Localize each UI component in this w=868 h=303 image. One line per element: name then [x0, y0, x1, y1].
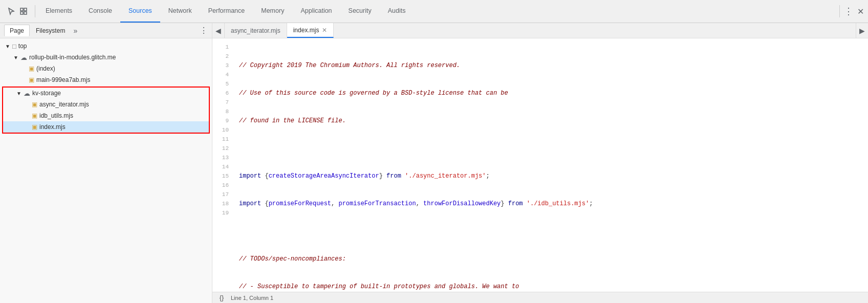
file-icon-async: ▣ [32, 101, 37, 108]
tree-label-idb-utils: idb_utils.mjs [39, 112, 73, 119]
editor-tab-label-index: index.mjs [293, 27, 319, 34]
code-line-4 [239, 144, 864, 153]
file-icon-index: ▣ [29, 65, 34, 72]
tree-arrow-domain: ▼ [12, 54, 19, 61]
code-line-5: import {createStorageAreaAsyncIterator} … [239, 171, 864, 181]
tab-audits[interactable]: Audits [380, 0, 414, 23]
tree-item-top[interactable]: ▼ □ top [0, 40, 212, 52]
tab-application[interactable]: Application [292, 0, 340, 23]
svg-rect-1 [24, 8, 27, 11]
tree-label-top: top [18, 42, 27, 50]
editor-tab-async-iterator[interactable]: async_iterator.mjs [225, 23, 287, 38]
tab-sources[interactable]: Sources [120, 0, 160, 23]
left-panel: Page Filesystem » ⋮ ▼ □ top ▼ ☁ rollup-b… [0, 23, 212, 303]
tab-security[interactable]: Security [340, 0, 380, 23]
editor-tab-index-mjs[interactable]: index.mjs ✕ [287, 23, 334, 38]
main-layout: Page Filesystem » ⋮ ▼ □ top ▼ ☁ rollup-b… [0, 23, 868, 303]
code-line-6: import {promiseForRequest, promiseForTra… [239, 199, 864, 208]
code-editor[interactable]: 12345 678910 1112131415 16171819 // Copy… [212, 38, 868, 292]
cloud-icon-kv: ☁ [24, 90, 30, 97]
folder-icon-top: □ [12, 42, 16, 50]
tree-item-domain[interactable]: ▼ ☁ rollup-built-in-modules.glitch.me [0, 52, 212, 63]
editor-tab-close-index[interactable]: ✕ [322, 27, 327, 34]
tree-item-main-mjs[interactable]: ▶ ▣ main-999ea7ab.mjs [0, 74, 212, 85]
inspect-icon[interactable] [18, 6, 29, 16]
svg-rect-3 [24, 12, 27, 14]
tab-performance[interactable]: Performance [200, 0, 253, 23]
cloud-icon-domain: ☁ [20, 54, 27, 61]
tree-item-idb-utils[interactable]: ▶ ▣ idb_utils.mjs [3, 110, 209, 121]
tree-arrow-kv: ▼ [15, 90, 23, 97]
svg-rect-0 [20, 8, 23, 11]
more-tabs-button[interactable]: » [73, 27, 77, 35]
editor-nav-left[interactable]: ◀ [212, 23, 225, 38]
tree-item-kv-storage[interactable]: ▼ ☁ kv-storage [3, 88, 209, 99]
svg-rect-2 [20, 12, 23, 14]
main-toolbar: Elements Console Sources Network Perform… [0, 0, 868, 23]
tree-item-index[interactable]: ▶ ▣ (index) [0, 63, 212, 74]
status-bar: {} Line 1, Column 1 [212, 292, 868, 303]
toolbar-divider [35, 5, 35, 17]
file-icon-main: ▣ [29, 76, 34, 83]
file-icon-index-mjs: ▣ [32, 123, 37, 131]
tree-label-main: main-999ea7ab.mjs [36, 76, 90, 83]
editor-tab-label-async: async_iterator.mjs [231, 27, 280, 34]
cursor-icon[interactable] [6, 6, 16, 16]
tree-arrow-top: ▼ [4, 42, 11, 50]
tree-item-index-mjs[interactable]: ▶ ▣ index.mjs [3, 121, 209, 133]
code-line-9: // - Susceptible to tampering of built-i… [239, 282, 864, 291]
line-numbers: 12345 678910 1112131415 16171819 [212, 38, 233, 292]
toolbar-divider-right [839, 5, 840, 17]
panel-options-button[interactable]: ⋮ [200, 26, 208, 35]
right-panel: ◀ async_iterator.mjs index.mjs ✕ ▶ 12345… [212, 23, 868, 303]
left-panel-tabs: Page Filesystem » ⋮ [0, 23, 212, 38]
tab-console[interactable]: Console [80, 0, 120, 23]
tab-filesystem[interactable]: Filesystem [31, 25, 70, 36]
file-tree: ▼ □ top ▼ ☁ rollup-built-in-modules.glit… [0, 38, 212, 303]
kv-storage-container: ▼ ☁ kv-storage ▶ ▣ async_iterator.mjs ▶ … [0, 86, 212, 134]
code-content: // Copyright 2019 The Chromium Authors. … [233, 38, 868, 292]
tree-item-async-iterator[interactable]: ▶ ▣ async_iterator.mjs [3, 99, 209, 110]
close-devtools-button[interactable]: ✕ [855, 5, 866, 18]
code-line-2: // Use of this source code is governed b… [239, 89, 864, 98]
file-icon-idb: ▣ [32, 112, 37, 119]
cursor-position: Line 1, Column 1 [231, 295, 273, 301]
tab-memory[interactable]: Memory [253, 0, 292, 23]
code-line-1: // Copyright 2019 The Chromium Authors. … [239, 61, 864, 70]
code-line-7 [239, 227, 864, 236]
tree-label-kv-storage: kv-storage [32, 90, 61, 97]
more-options-button[interactable]: ⋮ [842, 4, 855, 19]
editor-tabs: ◀ async_iterator.mjs index.mjs ✕ ▶ [212, 23, 868, 38]
code-line-8: // TODOs/spec-noncompliances: [239, 254, 864, 264]
editor-nav-right[interactable]: ▶ [856, 23, 868, 38]
toolbar-icons [2, 6, 33, 16]
format-button[interactable]: {} [216, 293, 227, 303]
tree-label-domain: rollup-built-in-modules.glitch.me [29, 54, 116, 61]
tree-label-index-mjs: index.mjs [39, 123, 66, 131]
tab-network[interactable]: Network [160, 0, 200, 23]
code-line-3: // found in the LICENSE file. [239, 116, 864, 125]
kv-storage-group: ▼ ☁ kv-storage ▶ ▣ async_iterator.mjs ▶ … [2, 86, 210, 134]
tree-label-index: (index) [36, 65, 55, 72]
toolbar-tabs: Elements Console Sources Network Perform… [37, 0, 414, 23]
tree-label-async-iterator: async_iterator.mjs [39, 101, 89, 108]
tab-elements[interactable]: Elements [37, 0, 80, 23]
tab-page[interactable]: Page [4, 25, 30, 36]
